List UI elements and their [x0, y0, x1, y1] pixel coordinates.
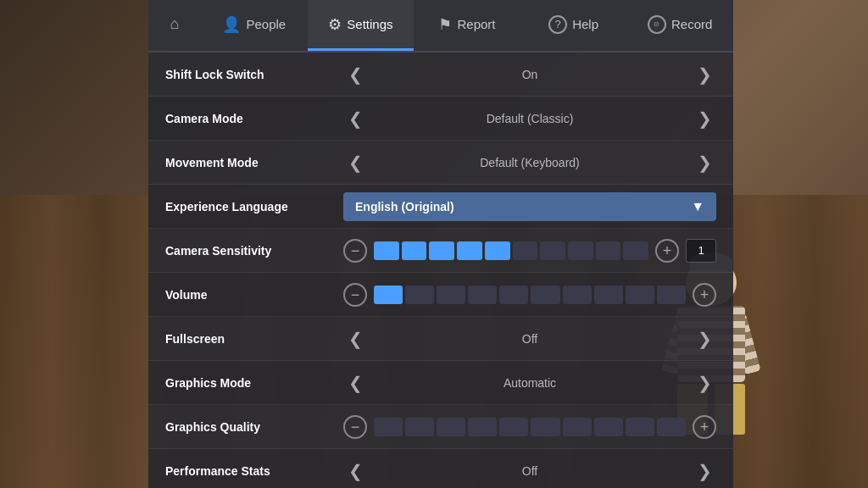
- label-camera-sensitivity: Camera Sensitivity: [165, 244, 343, 258]
- chevron-down-icon: ▼: [691, 199, 704, 214]
- bar-segment-1[interactable]: [405, 418, 434, 436]
- nav-settings[interactable]: ⚙ Settings: [308, 0, 415, 51]
- bar-track-camera-sensitivity[interactable]: [374, 239, 648, 263]
- control-volume: −+: [343, 283, 716, 307]
- plus-btn-camera-sensitivity[interactable]: +: [655, 239, 679, 263]
- right-arrow-shift-lock[interactable]: ❯: [693, 64, 716, 85]
- right-arrow-graphics-mode[interactable]: ❯: [693, 373, 716, 393]
- label-movement-mode: Movement Mode: [165, 156, 343, 169]
- bar-segment-1[interactable]: [402, 241, 427, 260]
- minus-btn-camera-sensitivity[interactable]: −: [343, 239, 367, 263]
- label-camera-mode: Camera Mode: [165, 112, 343, 125]
- bar-segment-6[interactable]: [540, 241, 565, 260]
- bar-segment-8[interactable]: [596, 241, 621, 260]
- nav-home[interactable]: ⌂: [148, 0, 201, 51]
- bar-segment-9[interactable]: [657, 418, 686, 436]
- setting-row-movement-mode: Movement Mode❮Default (Keyboard)❯: [148, 141, 733, 185]
- bar-segment-9[interactable]: [657, 286, 686, 304]
- value-graphics-mode: Automatic: [374, 376, 686, 390]
- bar-segment-2[interactable]: [437, 286, 465, 304]
- bar-segment-0[interactable]: [374, 241, 399, 260]
- bar-segment-0[interactable]: [374, 286, 403, 304]
- left-arrow-movement-mode[interactable]: ❮: [343, 152, 367, 173]
- record-icon: ⊙: [648, 15, 666, 34]
- settings-icon: ⚙: [328, 15, 342, 34]
- nav-help[interactable]: ? Help: [520, 0, 627, 51]
- bar-segment-3[interactable]: [457, 241, 482, 260]
- right-arrow-fullscreen[interactable]: ❯: [693, 329, 716, 349]
- bar-segment-1[interactable]: [405, 286, 434, 304]
- control-camera-sensitivity: −+1: [343, 239, 716, 263]
- label-volume: Volume: [165, 288, 343, 302]
- nav-record[interactable]: ⊙ Record: [626, 0, 733, 51]
- left-arrow-camera-mode[interactable]: ❮: [343, 108, 367, 129]
- setting-row-shift-lock: Shift Lock Switch❮On❯: [148, 53, 733, 97]
- control-graphics-quality: −+: [343, 415, 716, 439]
- right-arrow-performance-stats[interactable]: ❯: [693, 461, 716, 481]
- nav-report-label: Report: [457, 17, 495, 31]
- minus-btn-graphics-quality[interactable]: −: [343, 415, 367, 439]
- bar-segment-8[interactable]: [626, 418, 654, 436]
- right-arrow-movement-mode[interactable]: ❯: [693, 152, 716, 173]
- dropdown-value-experience-language: English (Original): [355, 200, 454, 214]
- bar-segment-3[interactable]: [468, 286, 497, 304]
- label-graphics-quality: Graphics Quality: [165, 420, 343, 434]
- bar-segment-2[interactable]: [429, 241, 454, 260]
- bar-segment-5[interactable]: [513, 241, 538, 260]
- bar-segment-0[interactable]: [374, 418, 403, 436]
- setting-row-experience-language: Experience LanguageEnglish (Original)▼: [148, 185, 733, 229]
- value-fullscreen: Off: [374, 332, 686, 346]
- nav-settings-label: Settings: [347, 17, 392, 31]
- nav-people[interactable]: 👤 People: [201, 0, 308, 51]
- setting-row-graphics-mode: Graphics Mode❮Automatic❯: [148, 361, 733, 405]
- bar-segment-4[interactable]: [499, 418, 528, 436]
- nav-record-label: Record: [671, 17, 712, 31]
- control-shift-lock: ❮On❯: [343, 64, 716, 85]
- bar-segment-8[interactable]: [626, 286, 654, 304]
- label-performance-stats: Performance Stats: [165, 464, 343, 478]
- plus-btn-volume[interactable]: +: [693, 283, 716, 307]
- bar-segment-4[interactable]: [485, 241, 510, 260]
- minus-btn-volume[interactable]: −: [343, 283, 367, 307]
- bar-segment-7[interactable]: [594, 286, 623, 304]
- bar-segment-6[interactable]: [563, 286, 592, 304]
- label-graphics-mode: Graphics Mode: [165, 376, 343, 390]
- bar-track-graphics-quality[interactable]: [374, 415, 686, 439]
- label-shift-lock: Shift Lock Switch: [165, 68, 343, 81]
- left-arrow-performance-stats[interactable]: ❮: [343, 461, 367, 481]
- nav-report[interactable]: ⚑ Report: [414, 0, 520, 51]
- setting-row-camera-mode: Camera Mode❮Default (Classic)❯: [148, 97, 733, 141]
- right-arrow-camera-mode[interactable]: ❯: [693, 108, 716, 129]
- bar-segment-2[interactable]: [437, 418, 465, 436]
- bar-segment-3[interactable]: [468, 418, 497, 436]
- people-icon: 👤: [222, 15, 241, 34]
- bar-segment-5[interactable]: [531, 286, 559, 304]
- bar-segment-4[interactable]: [499, 286, 528, 304]
- value-box-camera-sensitivity: 1: [686, 239, 716, 263]
- plus-btn-graphics-quality[interactable]: +: [693, 415, 716, 439]
- nav-people-label: People: [246, 17, 286, 31]
- bar-segment-9[interactable]: [623, 241, 648, 260]
- bar-segment-7[interactable]: [594, 418, 623, 436]
- bar-segment-5[interactable]: [531, 418, 559, 436]
- value-camera-mode: Default (Classic): [374, 112, 686, 125]
- left-arrow-fullscreen[interactable]: ❮: [343, 329, 367, 349]
- bar-track-volume[interactable]: [374, 283, 686, 307]
- nav-help-label: Help: [572, 17, 598, 31]
- setting-row-fullscreen: Fullscreen❮Off❯: [148, 317, 733, 361]
- setting-row-performance-stats: Performance Stats❮Off❯: [148, 449, 733, 488]
- dropdown-experience-language[interactable]: English (Original)▼: [343, 192, 716, 221]
- settings-content: Shift Lock Switch❮On❯Camera Mode❮Default…: [148, 53, 733, 488]
- left-arrow-shift-lock[interactable]: ❮: [343, 64, 367, 85]
- setting-row-graphics-quality: Graphics Quality−+: [148, 405, 733, 449]
- value-shift-lock: On: [374, 68, 686, 81]
- control-camera-mode: ❮Default (Classic)❯: [343, 108, 716, 129]
- control-experience-language: English (Original)▼: [343, 192, 716, 221]
- control-graphics-mode: ❮Automatic❯: [343, 373, 716, 393]
- control-fullscreen: ❮Off❯: [343, 329, 716, 349]
- bar-segment-7[interactable]: [568, 241, 593, 260]
- label-experience-language: Experience Language: [165, 200, 343, 214]
- left-arrow-graphics-mode[interactable]: ❮: [343, 373, 367, 393]
- label-fullscreen: Fullscreen: [165, 332, 343, 346]
- bar-segment-6[interactable]: [563, 418, 592, 436]
